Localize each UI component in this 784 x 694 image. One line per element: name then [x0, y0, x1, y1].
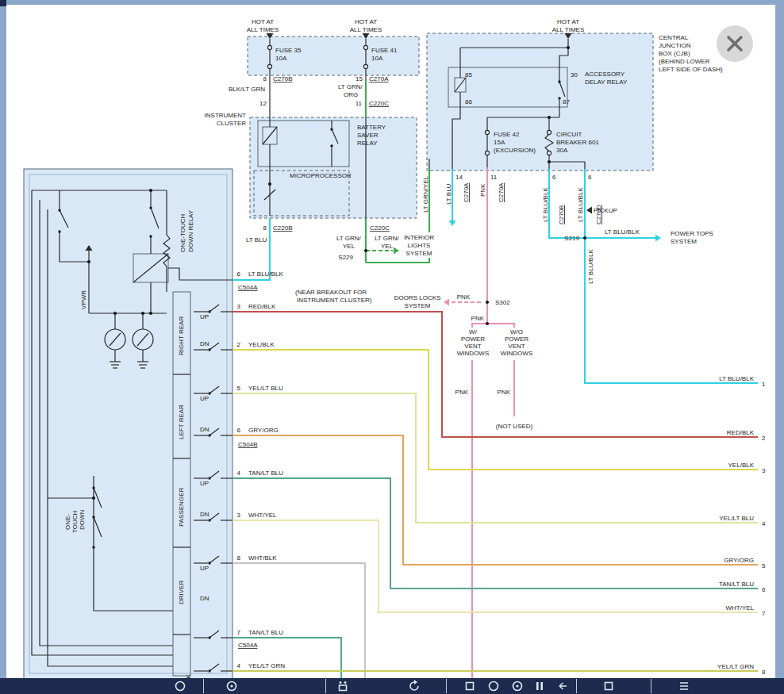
junction-dot [58, 209, 60, 211]
junction-dot [149, 235, 152, 237]
arrowhead [586, 207, 592, 214]
note-label: WINDOWS [501, 350, 532, 357]
fuse-terminal [485, 151, 489, 155]
wire-label: ORG [344, 91, 358, 98]
back-icon[interactable] [555, 679, 570, 693]
fuse-terminal [547, 151, 551, 155]
connector-label: C220C [370, 224, 390, 232]
pin-number: 8 [263, 75, 267, 82]
connector-label: C270B [273, 75, 292, 82]
wire-label: WHT/BLK [248, 554, 277, 562]
pin-number: 4 [237, 662, 241, 669]
wire-red-blk [233, 312, 758, 437]
junction-dot [208, 434, 210, 436]
close-button[interactable] [717, 25, 753, 62]
pin-number: 3 [237, 303, 241, 310]
component-label: BATTERY [357, 124, 386, 131]
component-label: VPWR [80, 290, 87, 309]
stop-icon[interactable] [463, 679, 477, 693]
junction-dot [208, 519, 210, 521]
pin-number: 3 [237, 512, 241, 519]
junction-dot [149, 189, 152, 192]
pin-number: 6 [237, 270, 241, 278]
wire-label: YEL [343, 243, 355, 250]
system-label: DOORS LOCKS [394, 294, 441, 301]
junction-dot [58, 230, 60, 232]
updn-label: UP [200, 565, 209, 572]
wire-pnk [472, 324, 487, 679]
updn-label: UP [200, 480, 209, 487]
power-label: HOT AT [355, 18, 377, 25]
wire-label: LT BLU [445, 183, 452, 205]
pin-number: 15 [355, 75, 363, 82]
note-label: W/ [469, 328, 478, 335]
wire-label: YEL/BLK [248, 341, 275, 348]
wire-label: PNK [471, 315, 485, 322]
shape-circle-icon[interactable] [486, 679, 501, 693]
wire-tan-lt-blu [233, 478, 758, 589]
central-junction-box [427, 33, 653, 171]
component-label: ONE-TOUCH [179, 213, 186, 252]
component-label: LEFT SIDE OF DASH) [659, 66, 723, 73]
arrowhead [449, 220, 456, 226]
pan-icon[interactable] [225, 679, 239, 693]
updn-label: DN [200, 511, 209, 518]
junction-dot [558, 80, 560, 82]
junction-dot [208, 636, 210, 638]
diagram-viewer-window: HOT ATALL TIMESHOT ATALL TIMESHOT ATALL … [0, 0, 784, 694]
junction-dot [558, 97, 560, 99]
junction-dot [92, 546, 94, 548]
updn-label: UP [200, 395, 209, 402]
window-icon[interactable] [601, 679, 616, 693]
component-label: BREAKER 601 [556, 139, 599, 146]
note-label: (NOT USED) [496, 423, 533, 430]
wire-label: TAN/LT BLU [248, 470, 283, 477]
menu-icon[interactable] [677, 679, 691, 693]
toolbar-separator [651, 679, 651, 693]
terminal-number: 3 [762, 467, 766, 474]
pin-number: 14 [455, 174, 463, 181]
terminal-number: 8 [762, 669, 766, 676]
terminal-number: 5 [762, 562, 766, 569]
wire-label: LT BLU/BLK [719, 375, 754, 382]
wire-label: LT BLU/BLK [605, 228, 640, 236]
component-label: INSTRUMENT [205, 112, 247, 119]
fuse-label: FUSE 35 [275, 47, 302, 54]
pin-number: 8 [263, 224, 267, 232]
wire-label: TAN/LT BLU [719, 581, 754, 588]
fuse-label: (EXCURSION) [494, 147, 536, 154]
note-label: INSTRUMENT CLUSTER) [297, 297, 372, 304]
note-label: VENT [464, 343, 481, 350]
terminal-number: 2 [762, 435, 766, 442]
connector-label: C270A [369, 75, 389, 82]
master-switch-box [24, 169, 233, 679]
rotate-icon[interactable] [407, 679, 421, 693]
terminal-number: 6 [762, 586, 766, 593]
junction-dot [141, 312, 144, 315]
terminal-number: 7 [762, 610, 766, 617]
wire-label: LT BLU/BLK [577, 187, 584, 222]
upload-icon[interactable] [336, 679, 350, 693]
pin-number: 87 [563, 98, 570, 105]
toolbar-separator [203, 679, 204, 693]
wire-label: TAN/LT BLU [248, 629, 283, 636]
junction-dot [87, 260, 90, 263]
zoom-icon[interactable] [173, 679, 187, 693]
wire-label: WHT/YEL [725, 604, 754, 612]
junction-dot [548, 160, 551, 163]
wire-label: RED/BLK [248, 303, 276, 310]
wire-label: LT BLU/BLK [587, 249, 594, 284]
pin-number: 6 [237, 427, 241, 434]
pause-icon[interactable] [532, 679, 547, 693]
junction-dot [330, 144, 332, 147]
record-icon[interactable] [510, 679, 525, 693]
note-label: W/O [510, 328, 523, 335]
splice-label: S229 [338, 254, 353, 261]
junction-dot [567, 46, 570, 49]
component-label: DELAY RELAY [585, 79, 628, 86]
junction-dot [208, 348, 210, 351]
junction-dot [486, 322, 489, 325]
note-label: (NEAR BREAKOUT FOR [295, 289, 367, 296]
updn-label: DN [200, 595, 209, 602]
viewer-toolbar [0, 678, 784, 694]
